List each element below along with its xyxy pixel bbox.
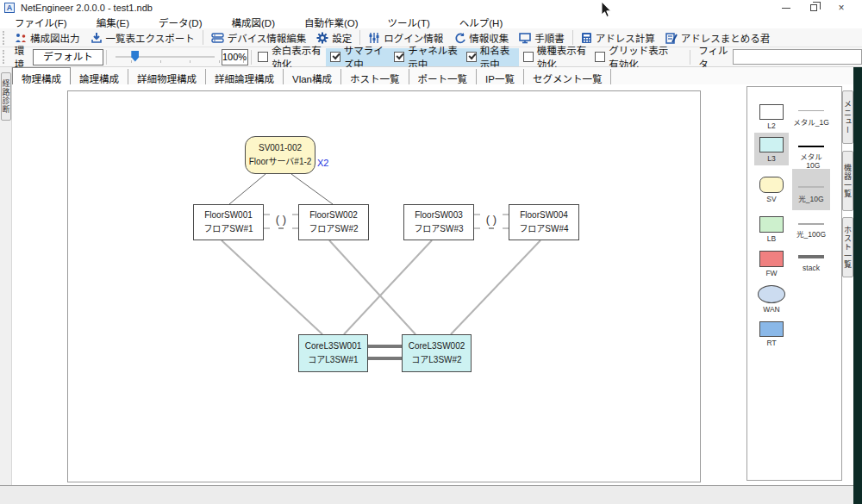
checkbox-icon <box>523 52 534 62</box>
checkbox-model-display[interactable]: 機種表示有効化 <box>519 48 591 66</box>
menu-tools[interactable]: ツール(T) <box>373 16 445 29</box>
restore-button[interactable] <box>800 0 828 16</box>
legend-label: SV <box>759 195 784 203</box>
tab-logical[interactable]: 論理構成 <box>71 69 128 84</box>
diagram-export-icon <box>15 32 27 44</box>
minimize-icon <box>782 8 790 9</box>
menu-bar: ファイル(F) 編集(E) データ(D) 構成図(D) 自動作業(O) ツール(… <box>0 16 862 28</box>
toolbar-separator <box>203 30 203 45</box>
legend-swatch-l3[interactable] <box>759 137 784 152</box>
node-corel3sw001[interactable]: CoreL3SW001 コアL3SW#1 <box>298 334 368 372</box>
legend-selection-highlight <box>792 169 830 210</box>
slider-track <box>116 56 214 58</box>
legend-line-stack[interactable] <box>798 255 824 258</box>
checkbox-channel-display[interactable]: チャネル表示中 <box>390 48 461 66</box>
legend-swatch-rt[interactable] <box>759 321 784 337</box>
checkbox-margin-display[interactable]: 余白表示有効化 <box>253 48 326 66</box>
tab-port-list[interactable]: ポート一覧 <box>409 69 478 84</box>
checkbox-icon <box>394 52 404 62</box>
node-floorsw003[interactable]: FloorSW003 フロアSW#3 <box>403 204 474 240</box>
legend-label: L3 <box>759 154 784 163</box>
legend-line-metal10g[interactable] <box>798 146 824 147</box>
device-edit-icon <box>211 32 224 44</box>
node-floorsw004[interactable]: FloorSW004 フロアSW#4 <box>509 204 579 240</box>
node-sv001-002[interactable]: SV001-002 Floorサーバ#1-2 <box>245 136 315 174</box>
node-sublabel: フロアSW#2 <box>309 222 358 236</box>
checkbox-icon <box>595 52 605 62</box>
close-button[interactable]: × <box>828 0 855 16</box>
zoom-slider[interactable] <box>116 49 214 65</box>
toolbar-grip <box>3 50 5 64</box>
node-label: SV001-002 <box>259 141 302 155</box>
checkbox-summarize[interactable]: サマライズ中 <box>326 48 390 66</box>
tab-detail-logical[interactable]: 詳細論理構成 <box>206 69 284 84</box>
manual-icon <box>519 32 531 44</box>
legend-line-hikari10g[interactable] <box>798 186 824 188</box>
legend-swatch-lb[interactable] <box>759 216 784 233</box>
legend-label: FW <box>759 269 784 277</box>
legend-label: 光_100G <box>792 228 830 239</box>
node-sublabel: コアL3SW#1 <box>308 353 358 367</box>
right-vertical-tab-host-list[interactable]: ホスト一覧 <box>842 217 853 277</box>
checkbox-waname-display[interactable]: 和名表示中 <box>462 48 519 66</box>
node-floorsw002[interactable]: FloorSW002 フロアSW#2 <box>298 204 369 240</box>
address-calc-icon <box>581 32 592 44</box>
title-bar: A NetEngineer 2.0.0.0 - test1.ndb × <box>0 0 862 16</box>
slider-thumb[interactable] <box>131 51 139 62</box>
button-label: 一覧表エクスポート <box>106 31 195 45</box>
node-label: FloorSW001 <box>204 208 253 222</box>
legend-swatch-l2[interactable] <box>759 104 784 120</box>
legend-swatch-sv[interactable] <box>759 177 784 193</box>
menu-diagram[interactable]: 構成図(D) <box>217 16 290 29</box>
close-icon: × <box>838 2 844 14</box>
tab-host-list[interactable]: ホスト一覧 <box>341 69 409 84</box>
diagram-canvas[interactable]: ( ) ( ) SV001-002 Floorサーバ#1-2 X2 FloorS… <box>67 90 701 482</box>
legend-swatch-fw[interactable] <box>759 251 784 267</box>
left-vertical-tab-route-diagnosis[interactable]: 経路診断 <box>1 72 11 121</box>
node-label: FloorSW003 <box>415 208 463 222</box>
legend-label: RT <box>759 339 784 347</box>
tab-segment-list[interactable]: セグメント一覧 <box>524 69 612 84</box>
legend-swatch-wan[interactable] <box>758 285 785 303</box>
tab-vlan[interactable]: Vlan構成 <box>284 69 341 84</box>
node-label: FloorSW004 <box>520 208 568 222</box>
connection-lines <box>68 91 702 483</box>
node-sublabel: コアL3SW#2 <box>411 353 461 367</box>
env-selector[interactable]: デフォルト <box>33 49 103 65</box>
legend-line-hikari100g[interactable] <box>798 223 824 225</box>
tab-physical[interactable]: 物理構成 <box>12 67 71 84</box>
node-sublabel: Floorサーバ#1-2 <box>249 155 312 169</box>
zoom-value[interactable]: 100% <box>222 49 248 65</box>
legend-line-metal1g[interactable] <box>798 110 824 111</box>
right-vertical-tab-device-list[interactable]: 機器一覧 <box>842 151 853 211</box>
minimize-button[interactable] <box>772 0 800 16</box>
node-label: CoreL3SW001 <box>305 339 362 353</box>
address-matome-icon <box>665 32 678 44</box>
filter-input[interactable] <box>733 49 862 65</box>
legend-label: メタル_10G <box>792 151 830 170</box>
checkbox-grid-display[interactable]: グリッド表示有効化 <box>590 48 678 66</box>
settings-gear-icon <box>316 32 328 44</box>
window-title: NetEngineer 2.0.0.0 - test1.ndb <box>21 3 153 13</box>
button-label: 構成図出力 <box>30 31 80 45</box>
legend-label: メタル_1G <box>792 116 830 127</box>
checkbox-icon <box>330 52 340 62</box>
list-export-button[interactable]: 一覧表エクスポート <box>85 29 200 47</box>
tab-ip-list[interactable]: IP一覧 <box>477 69 524 84</box>
checkbox-icon <box>466 52 477 62</box>
collect-info-icon <box>453 32 465 44</box>
menu-data[interactable]: データ(D) <box>144 16 216 29</box>
menu-auto[interactable]: 自動作業(O) <box>290 16 373 29</box>
node-corel3sw002[interactable]: CoreL3SW002 コアL3SW#2 <box>402 334 472 372</box>
right-vertical-tab-menu[interactable]: メニュー <box>842 90 853 144</box>
toolbar-separator <box>690 50 690 65</box>
menu-edit[interactable]: 編集(E) <box>82 16 144 29</box>
node-floorsw001[interactable]: FloorSW001 フロアSW#1 <box>193 204 264 240</box>
menu-help[interactable]: ヘルプ(H) <box>445 16 517 29</box>
left-rail: 経路診断 <box>0 67 12 504</box>
menu-file[interactable]: ファイル(F) <box>0 16 82 29</box>
bottom-band <box>0 485 853 504</box>
tab-detail-physical[interactable]: 詳細物理構成 <box>128 69 206 84</box>
view-tab-strip: 物理構成 論理構成 詳細物理構成 詳細論理構成 Vlan構成 ホスト一覧 ポート… <box>12 67 853 84</box>
legend-label: 光_10G <box>792 193 830 203</box>
